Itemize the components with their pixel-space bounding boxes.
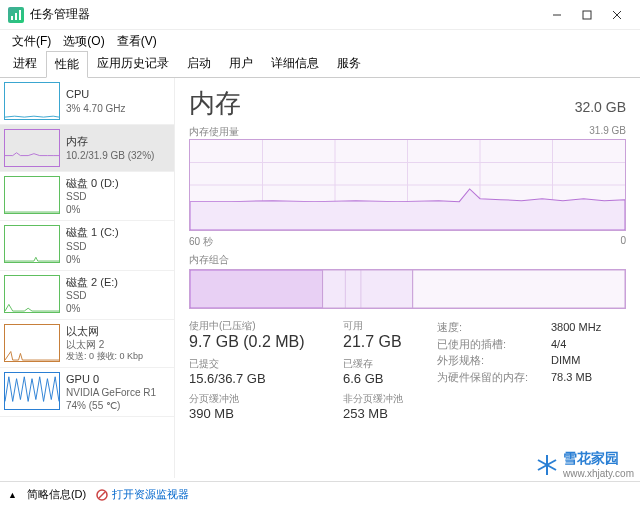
sidebar-item-disk0[interactable]: 磁盘 0 (D:)SSD0%	[0, 172, 174, 221]
sidebar-item-label: 磁盘 2 (E:)	[66, 275, 118, 289]
sidebar-item-disk2[interactable]: 磁盘 2 (E:)SSD0%	[0, 271, 174, 320]
memory-usage-graph	[189, 139, 626, 231]
minimize-button[interactable]	[542, 5, 572, 25]
gpu-thumbnail	[4, 372, 60, 410]
stat-available: 21.7 GB	[343, 333, 423, 351]
performance-sidebar: CPU3% 4.70 GHz 内存10.2/31.9 GB (32%) 磁盘 0…	[0, 78, 175, 478]
chevron-up-icon: ▲	[8, 490, 17, 500]
disk-thumbnail	[4, 275, 60, 313]
sidebar-item-label: 磁盘 0 (D:)	[66, 176, 119, 190]
stat-speed: 3800 MHz	[551, 321, 601, 333]
sidebar-item-label: CPU	[66, 87, 125, 101]
disk-thumbnail	[4, 225, 60, 263]
tab-apphistory[interactable]: 应用历史记录	[88, 50, 178, 77]
menu-options[interactable]: 选项(O)	[57, 31, 110, 52]
sidebar-item-label: GPU 0	[66, 372, 156, 386]
ethernet-thumbnail	[4, 324, 60, 362]
sidebar-item-gpu[interactable]: GPU 0NVIDIA GeForce R174% (55 ℃)	[0, 368, 174, 417]
tab-services[interactable]: 服务	[328, 50, 370, 77]
window-title: 任务管理器	[30, 6, 542, 23]
tab-performance[interactable]: 性能	[46, 51, 88, 78]
sidebar-item-memory[interactable]: 内存10.2/31.9 GB (32%)	[0, 125, 174, 172]
stat-reserved: 78.3 MB	[551, 371, 592, 383]
brief-info-toggle[interactable]: 简略信息(D)	[27, 487, 86, 502]
maximize-button[interactable]	[572, 5, 602, 25]
stat-inuse: 9.7 GB (0.2 MB)	[189, 333, 329, 351]
disk-thumbnail	[4, 176, 60, 214]
svg-rect-17	[413, 270, 625, 308]
svg-rect-15	[190, 270, 323, 308]
tab-users[interactable]: 用户	[220, 50, 262, 77]
stat-paged: 390 MB	[189, 406, 329, 421]
stat-commit: 15.6/36.7 GB	[189, 371, 329, 386]
close-button[interactable]	[602, 5, 632, 25]
sidebar-item-label: 磁盘 1 (C:)	[66, 225, 119, 239]
cpu-thumbnail	[4, 82, 60, 120]
sidebar-item-cpu[interactable]: CPU3% 4.70 GHz	[0, 78, 174, 125]
svg-rect-16	[323, 270, 413, 308]
stat-form: DIMM	[551, 354, 580, 366]
sidebar-item-label: 以太网	[66, 324, 143, 338]
menu-view[interactable]: 查看(V)	[111, 31, 163, 52]
stat-slots: 4/4	[551, 338, 566, 350]
open-resource-monitor-link[interactable]: 打开资源监视器	[96, 487, 189, 502]
svg-rect-1	[15, 13, 17, 20]
svg-rect-4	[583, 11, 591, 19]
sidebar-item-disk1[interactable]: 磁盘 1 (C:)SSD0%	[0, 221, 174, 270]
watermark: 雪花家园www.xhjaty.com	[535, 450, 634, 479]
stat-nonpaged: 253 MB	[343, 406, 423, 421]
tab-details[interactable]: 详细信息	[262, 50, 328, 77]
sidebar-item-ethernet[interactable]: 以太网以太网 2发送: 0 接收: 0 Kbp	[0, 320, 174, 368]
svg-rect-2	[19, 10, 21, 20]
svg-line-21	[99, 492, 105, 498]
sidebar-item-label: 内存	[66, 134, 154, 148]
graph-label: 内存使用量	[189, 125, 239, 139]
stat-cached: 6.6 GB	[343, 371, 423, 386]
menu-file[interactable]: 文件(F)	[6, 31, 57, 52]
page-title: 内存	[189, 86, 241, 121]
snowflake-icon	[535, 453, 559, 477]
tab-processes[interactable]: 进程	[4, 50, 46, 77]
memory-total: 32.0 GB	[575, 99, 626, 115]
graph-label: 内存组合	[189, 253, 229, 267]
resource-monitor-icon	[96, 489, 108, 501]
svg-rect-0	[11, 16, 13, 20]
app-icon	[8, 7, 24, 23]
memory-composition-graph	[189, 269, 626, 309]
memory-thumbnail	[4, 129, 60, 167]
tab-startup[interactable]: 启动	[178, 50, 220, 77]
